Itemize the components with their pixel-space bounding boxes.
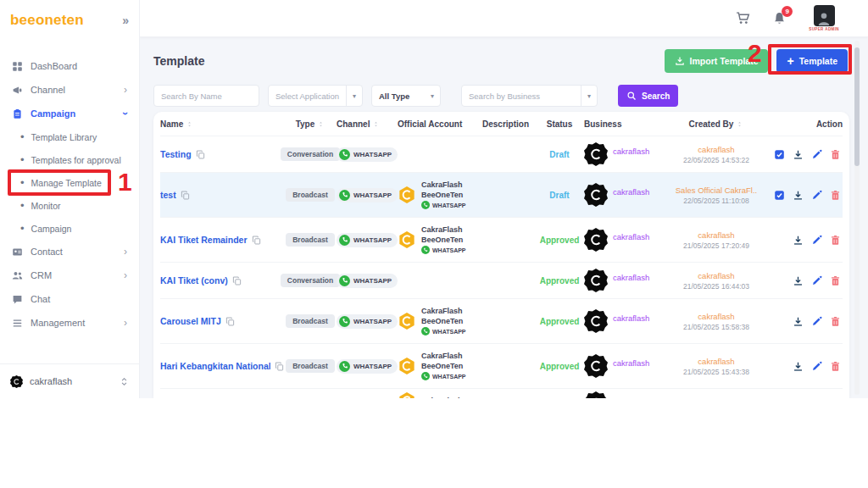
chevron-up-down-icon[interactable] bbox=[120, 377, 129, 386]
business-name: cakraflash bbox=[613, 232, 649, 241]
main-content: Template Import Template + Template Sele… bbox=[140, 37, 868, 398]
template-name-link[interactable]: Testing bbox=[160, 149, 192, 159]
whatsapp-icon bbox=[339, 316, 350, 327]
created-by: cakraflash bbox=[698, 312, 734, 321]
sidebar-subitem-template-library[interactable]: • Template Library bbox=[0, 125, 139, 148]
cakraflash-logo-icon bbox=[398, 391, 416, 398]
page-title: Template bbox=[153, 54, 204, 68]
download-icon[interactable] bbox=[793, 190, 804, 201]
notifications-button[interactable]: 9 bbox=[772, 11, 787, 25]
download-icon[interactable] bbox=[793, 361, 804, 372]
business-search-input[interactable] bbox=[462, 86, 581, 106]
template-name-link[interactable]: KAI Tiket (conv) bbox=[160, 275, 228, 286]
template-name-link[interactable]: KAI Tiket Remainder bbox=[160, 235, 248, 245]
type-badge: Broadcast bbox=[286, 314, 335, 328]
sidebar-subitem-manage-template[interactable]: • Manage Template bbox=[0, 171, 139, 194]
sidebar-item-chat[interactable]: Chat bbox=[0, 287, 139, 311]
sidebar-item-channel[interactable]: Channel › bbox=[0, 78, 139, 102]
cart-icon[interactable] bbox=[736, 11, 750, 25]
brand-logo: beeoneten bbox=[10, 12, 84, 29]
approve-icon[interactable] bbox=[774, 190, 785, 201]
whatsapp-icon bbox=[339, 149, 350, 160]
copy-icon[interactable] bbox=[275, 362, 284, 371]
sidebar-item-dashboard[interactable]: DashBoard bbox=[0, 54, 139, 78]
column-header-type[interactable]: Type bbox=[284, 119, 337, 129]
template-name-link[interactable]: test bbox=[160, 190, 176, 200]
delete-icon[interactable] bbox=[830, 149, 841, 160]
cakraflash-logo-icon bbox=[398, 357, 416, 375]
delete-icon[interactable] bbox=[830, 316, 841, 327]
column-header-created-by[interactable]: Created By bbox=[662, 119, 771, 129]
column-header-official-account: Official Account bbox=[398, 119, 482, 129]
chevron-down-icon: ▾ bbox=[347, 92, 362, 100]
template-name-link[interactable]: Carousel MITJ bbox=[160, 316, 221, 326]
add-template-button[interactable]: + Template bbox=[776, 49, 848, 73]
sidebar-subitem-monitor[interactable]: • Monitor bbox=[0, 194, 139, 217]
user-menu[interactable]: SUPER ADMIN bbox=[809, 5, 839, 31]
created-at: 22/05/2025 11:10:08 bbox=[683, 197, 748, 205]
delete-icon[interactable] bbox=[830, 361, 841, 372]
column-header-name[interactable]: Name bbox=[160, 119, 284, 129]
business-name: cakraflash bbox=[613, 187, 649, 197]
copy-icon[interactable] bbox=[181, 191, 190, 200]
template-name-link[interactable]: Hari Kebangkitan National bbox=[160, 361, 270, 371]
sidebar-item-management[interactable]: Management › bbox=[0, 311, 139, 335]
sidebar-collapse-icon[interactable]: » bbox=[122, 14, 129, 27]
plus-icon: + bbox=[787, 55, 793, 67]
column-header-action: Action bbox=[771, 119, 843, 129]
chevron-down-icon[interactable]: ▾ bbox=[581, 92, 597, 100]
sidebar-subitem-templates-for-approval[interactable]: • Templates for approval bbox=[0, 148, 139, 171]
copy-icon[interactable] bbox=[225, 317, 235, 326]
delete-icon[interactable] bbox=[830, 235, 841, 246]
delete-icon[interactable] bbox=[830, 275, 841, 286]
edit-icon[interactable] bbox=[811, 275, 822, 286]
chevron-right-icon: › bbox=[124, 270, 127, 280]
sidebar-item-campaign[interactable]: Campaign › bbox=[0, 102, 139, 125]
page-head: Template Import Template + Template bbox=[153, 47, 848, 75]
table-row: KAI Tiket Remainder Broadcast WHATSAPP C… bbox=[160, 217, 843, 262]
status-text: Approved bbox=[535, 317, 584, 326]
sidebar-item-contact[interactable]: Contact › bbox=[0, 240, 139, 263]
approve-icon[interactable] bbox=[774, 149, 785, 160]
copy-icon[interactable] bbox=[252, 236, 261, 245]
edit-icon[interactable] bbox=[811, 316, 822, 327]
delete-icon[interactable] bbox=[830, 190, 841, 201]
download-icon[interactable] bbox=[793, 235, 804, 246]
import-template-button[interactable]: Import Template bbox=[665, 49, 769, 73]
workspace-switcher[interactable]: cakraflash bbox=[0, 363, 139, 398]
channel-badge: WHATSAPP bbox=[337, 188, 398, 202]
user-role-caption: SUPER ADMIN bbox=[809, 27, 839, 31]
scrollbar-thumb[interactable] bbox=[854, 47, 860, 166]
column-header-description: Description bbox=[482, 119, 535, 129]
edit-icon[interactable] bbox=[811, 235, 822, 246]
sort-icon bbox=[317, 119, 325, 129]
edit-icon[interactable] bbox=[811, 190, 822, 201]
whatsapp-icon bbox=[421, 246, 430, 254]
edit-icon[interactable] bbox=[811, 149, 822, 160]
table-row: CakraFlash bbox=[160, 388, 843, 398]
search-button[interactable]: Search bbox=[618, 85, 678, 107]
bullet-icon: • bbox=[20, 223, 25, 234]
created-by: cakraflash bbox=[698, 271, 734, 280]
clipboard-icon bbox=[12, 108, 23, 119]
type-select[interactable]: All Type ▾ bbox=[371, 85, 441, 107]
grid-icon bbox=[12, 61, 23, 72]
copy-icon[interactable] bbox=[196, 150, 205, 159]
download-icon[interactable] bbox=[793, 275, 804, 286]
cakraflash-logo-icon bbox=[398, 230, 416, 249]
download-icon[interactable] bbox=[793, 316, 804, 327]
scrollbar-track[interactable] bbox=[854, 41, 860, 395]
sidebar-subitem-campaign[interactable]: • Campaign bbox=[0, 217, 139, 240]
filter-bar: Select Application ▾ All Type ▾ ▾ Search bbox=[153, 85, 678, 107]
search-name-input[interactable] bbox=[153, 85, 259, 107]
edit-icon[interactable] bbox=[811, 361, 822, 372]
sidebar-item-crm[interactable]: CRM › bbox=[0, 263, 139, 287]
created-at: 21/05/2025 15:58:38 bbox=[683, 323, 749, 331]
download-icon[interactable] bbox=[793, 149, 804, 160]
created-by: cakraflash bbox=[698, 145, 734, 154]
copy-icon[interactable] bbox=[232, 276, 242, 286]
column-header-channel[interactable]: Channel bbox=[337, 119, 398, 129]
status-text: Approved bbox=[535, 236, 584, 245]
application-select[interactable]: Select Application ▾ bbox=[268, 85, 363, 107]
business-logo-icon bbox=[584, 228, 608, 252]
